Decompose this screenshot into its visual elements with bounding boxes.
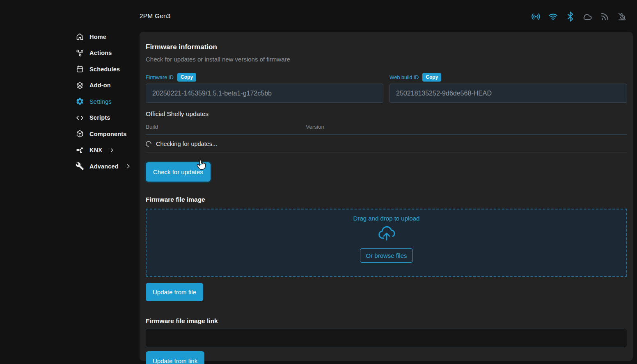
wifi-icon: [548, 11, 558, 22]
web-build-id-field: Web build ID Copy: [390, 73, 627, 103]
id-fields-row: Firmware ID Copy Web build ID Copy: [146, 73, 627, 103]
sidebar-item-label: Add-on: [89, 82, 111, 89]
check-for-updates-button[interactable]: Check for updates: [146, 162, 211, 182]
wrench-icon: [76, 162, 84, 171]
dropzone-hint-text: Drag and drop to upload: [353, 215, 420, 222]
firmware-file-dropzone[interactable]: Drag and drop to upload Or browse files: [146, 209, 627, 277]
gear-icon: [76, 97, 84, 106]
sidebar-item-label: Schedules: [89, 66, 120, 73]
bluetooth-icon: [565, 11, 575, 22]
code-icon: [76, 114, 84, 122]
top-bar: 2PM Gen3: [140, 0, 637, 32]
sidebar-item-label: Components: [89, 131, 127, 137]
chevron-right-icon: [109, 147, 115, 153]
range-extender-icon: [531, 11, 541, 22]
sidebar-item-home[interactable]: Home: [0, 29, 140, 45]
sidebar: Home Actions Schedules Add-on: [0, 29, 140, 175]
sidebar-item-actions[interactable]: Actions: [0, 45, 140, 61]
browse-files-button[interactable]: Or browse files: [360, 248, 412, 263]
firmware-link-input[interactable]: [146, 329, 627, 347]
rss-icon: [600, 11, 610, 22]
firmware-id-label: Firmware ID: [146, 75, 174, 80]
layers-icon: [76, 81, 84, 90]
home-icon: [76, 32, 84, 41]
update-from-link-button[interactable]: Update from link: [146, 351, 204, 364]
firmware-id-field: Firmware ID Copy: [146, 73, 383, 103]
sidebar-item-settings[interactable]: Settings: [0, 93, 140, 110]
updates-table-header: Build Version: [146, 124, 627, 135]
update-from-file-button[interactable]: Update from file: [146, 283, 203, 301]
sidebar-item-components[interactable]: Components: [0, 126, 140, 142]
chevron-right-icon: [125, 163, 131, 169]
sidebar-item-scripts[interactable]: Scripts: [0, 110, 140, 126]
sidebar-item-label: Actions: [89, 50, 112, 56]
copy-web-build-id-button[interactable]: Copy: [422, 73, 441, 82]
updates-heading: Official Shelly updates: [146, 110, 627, 118]
section-subtitle: Check for updates or install new version…: [146, 56, 627, 63]
app-root: 2PM Gen3: [0, 0, 637, 364]
sidebar-item-label: Home: [89, 34, 106, 40]
loading-spinner-icon: [144, 140, 153, 148]
calendar-icon: [76, 65, 84, 73]
copy-firmware-id-button[interactable]: Copy: [177, 73, 196, 82]
section-title: Firmware information: [146, 43, 627, 51]
sidebar-item-label: Advanced: [89, 163, 119, 170]
knx-nodes-icon: [76, 146, 84, 155]
firmware-link-heading: Firmware file image link: [146, 317, 627, 325]
sidebar-item-schedules[interactable]: Schedules: [0, 61, 140, 77]
firmware-file-heading: Firmware file image: [146, 196, 627, 203]
sidebar-item-label: Settings: [89, 98, 112, 105]
cloud-icon: [582, 11, 593, 22]
actions-icon: [76, 49, 84, 57]
cloud-upload-icon: [377, 224, 396, 243]
column-header-version: Version: [306, 124, 627, 130]
web-build-id-label: Web build ID: [390, 75, 419, 80]
touch-disabled-icon: [617, 11, 627, 22]
sidebar-item-label: KNX: [89, 147, 102, 153]
status-icon-bar: [531, 11, 627, 22]
cube-icon: [76, 130, 84, 138]
update-status-row: Checking for updates...: [146, 135, 627, 153]
firmware-id-input[interactable]: [146, 84, 383, 103]
sidebar-item-addon[interactable]: Add-on: [0, 77, 140, 94]
web-build-id-input[interactable]: [390, 84, 627, 103]
sidebar-item-label: Scripts: [89, 114, 110, 121]
sidebar-item-knx[interactable]: KNX: [0, 142, 140, 159]
update-status-text: Checking for updates...: [156, 141, 217, 147]
firmware-panel: Firmware information Check for updates o…: [140, 32, 633, 361]
column-header-build: Build: [146, 124, 306, 130]
page-title: 2PM Gen3: [140, 12, 171, 20]
sidebar-item-advanced[interactable]: Advanced: [0, 158, 140, 175]
